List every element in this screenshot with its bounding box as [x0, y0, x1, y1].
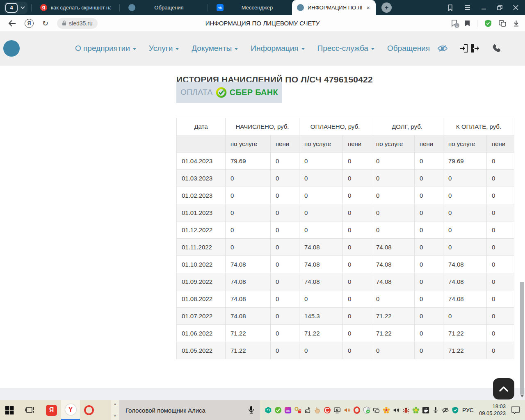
url-field[interactable]: sled35.ru [57, 18, 98, 29]
date-cell: 01.05.2022 [177, 342, 226, 359]
tab-strip: Якак сделать скриншот на вОбращенияvkМес… [35, 0, 376, 15]
value-cell: 0 [271, 290, 299, 308]
notification-center-icon[interactable] [511, 406, 520, 414]
reload-icon[interactable]: ↻ [42, 19, 48, 28]
antivirus-ok-icon[interactable] [274, 406, 282, 414]
value-cell: 0 [271, 325, 299, 342]
teal-shield-icon[interactable] [452, 406, 459, 414]
language-indicator[interactable]: РУС [462, 407, 474, 413]
nav-item-о-предприятии[interactable]: О предприятии [75, 44, 136, 53]
tab[interactable]: Якак сделать скриншот на в [35, 0, 116, 15]
kaspersky-icon[interactable] [265, 406, 272, 414]
value-cell: 0 [343, 239, 371, 256]
orange-flower-icon[interactable] [383, 406, 390, 414]
value-cell: 74.08 [226, 273, 271, 290]
scrollbar-thumb[interactable] [520, 282, 524, 395]
close-window-button[interactable] [513, 5, 518, 10]
network-monitor-icon[interactable] [373, 406, 380, 414]
volume-orange-icon[interactable] [343, 406, 351, 414]
value-cell: 0 [271, 256, 299, 273]
browser-tab-bar: 4 Якак сделать скриншот на вОбращенияvkМ… [0, 0, 525, 15]
scrollbar-down-arrow[interactable] [520, 395, 524, 397]
password-keys-icon[interactable] [294, 406, 301, 414]
tab[interactable]: vkМессенджер [212, 0, 292, 15]
speaker-waves-icon[interactable] [393, 406, 400, 414]
bookmark-icon[interactable] [465, 20, 470, 27]
taskbar-yandex-app[interactable]: Я [46, 405, 57, 416]
phone-icon[interactable] [491, 43, 501, 53]
microphone-search-icon[interactable] [248, 406, 254, 415]
coffee-app-icon[interactable] [422, 406, 429, 414]
radio-device-icon[interactable] [304, 406, 311, 414]
nav-item-услуги[interactable]: Услуги [149, 44, 179, 53]
table-row: 01.08.202274.080000074.080 [177, 290, 514, 308]
green-flower-icon[interactable] [412, 406, 420, 414]
ds-player-icon[interactable]: ds [284, 406, 292, 414]
hand-cursor-icon[interactable] [314, 406, 321, 414]
chevron-down-icon [176, 48, 179, 50]
microphone-icon[interactable] [432, 406, 439, 414]
nav-item-label: Информация [251, 44, 298, 53]
start-button[interactable] [5, 406, 14, 415]
yandex-services-icon[interactable]: Я [25, 19, 34, 28]
sber-pay-button[interactable]: ОПЛАТА СБЕР БАНК [176, 82, 282, 103]
taskbar-right: РУС 18:03 09.05.2023 [462, 403, 520, 417]
restore-button[interactable] [497, 5, 502, 10]
hidden-eye-icon[interactable] [442, 406, 449, 414]
yandex-search-favicon: Я [40, 4, 47, 11]
show-hidden-icons-button[interactable]: ˄˅ [111, 400, 119, 420]
taskbar-opera[interactable] [80, 405, 94, 415]
collections-icon[interactable]: 1 [451, 20, 458, 27]
protect-shield-icon[interactable] [484, 19, 492, 27]
menu-icon[interactable] [464, 5, 470, 10]
bookmarks-panel-icon[interactable] [447, 5, 454, 11]
opera-tray-icon[interactable] [353, 406, 361, 414]
tab[interactable]: Обращения [123, 0, 204, 15]
extensions-icon[interactable] [499, 20, 506, 27]
value-cell: 0 [415, 273, 443, 290]
vk-favicon: vk [217, 4, 224, 11]
value-cell: 0 [487, 273, 514, 290]
tab-close-icon[interactable]: × [365, 5, 371, 11]
nav-item-информация[interactable]: Информация [251, 44, 304, 53]
value-cell: 74.08 [299, 273, 343, 290]
value-cell: 0 [487, 187, 514, 204]
pay-prefix-label: ОПЛАТА [180, 88, 213, 97]
chevron-down-small-icon: ˅ [114, 414, 116, 418]
taskbar-yandex-browser-active[interactable]: Y [61, 400, 80, 420]
task-view-button[interactable] [25, 406, 34, 414]
billing-table: ДатаНАЧИСЛЕНО, руб.ОПЛАЧЕНО, руб.ДОЛГ, р… [176, 118, 514, 359]
value-cell: 74.08 [226, 290, 271, 308]
ccleaner-icon[interactable] [324, 406, 331, 414]
scroll-to-top-button[interactable] [493, 378, 514, 399]
nav-item-документы[interactable]: Документы [192, 44, 238, 53]
value-cell: 0 [226, 239, 271, 256]
divider [31, 4, 32, 11]
value-cell: 0 [487, 342, 514, 359]
back-icon[interactable] [8, 20, 16, 27]
minimize-button[interactable] [481, 5, 486, 10]
table-row: 01.02.202300000000 [177, 187, 514, 204]
windows-security-icon[interactable] [363, 406, 370, 414]
tab-counter-button[interactable]: 4 [4, 2, 27, 14]
tab-active[interactable]: ИНФОРМАЦИЯ ПО ЛИ× [292, 0, 376, 15]
value-cell: 0 [371, 204, 415, 221]
nav-item-обращения[interactable]: Обращения [387, 44, 430, 53]
taskbar-search[interactable]: Голосовой помощник Алиса [119, 400, 260, 420]
value-cell: 0 [343, 308, 371, 325]
site-logo[interactable] [3, 40, 20, 57]
new-tab-button[interactable]: + [381, 2, 392, 13]
value-cell: 0 [299, 170, 343, 187]
page-scrollbar[interactable] [519, 31, 525, 400]
accessibility-eye-icon[interactable] [437, 44, 448, 52]
red-bug-icon[interactable] [402, 406, 410, 414]
chevron-up-small-icon: ˄ [114, 402, 116, 406]
screen-capture-icon[interactable] [333, 406, 341, 414]
downloads-icon[interactable] [513, 20, 519, 27]
clock[interactable]: 18:03 09.05.2023 [479, 403, 506, 417]
value-cell: 0 [271, 153, 299, 170]
login-logout-doors-icon[interactable] [460, 43, 479, 53]
value-cell: 0 [415, 256, 443, 273]
value-cell: 0 [343, 256, 371, 273]
nav-item-пресс-служба[interactable]: Пресс-служба [317, 44, 374, 53]
